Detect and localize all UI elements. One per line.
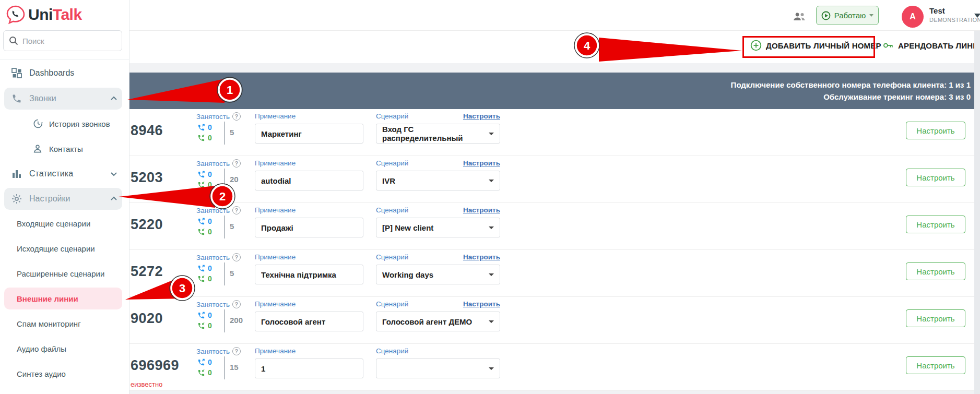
add-personal-number-button[interactable]: ДОБАВИТЬ ЛИЧНЫЙ НОМЕР [750, 40, 881, 51]
scenario-value: Голосовой агент ДЕМО [382, 317, 472, 326]
sidebar-item-label: Аудио файлы [17, 344, 66, 353]
sidebar-item-incoming-scenarios[interactable]: Входящие сценарии [4, 212, 122, 234]
phone-outgoing-icon [197, 171, 205, 178]
incoming-calls-stat: 0 [197, 228, 212, 236]
bar-chart-icon [11, 169, 22, 179]
sidebar-item-call-history[interactable]: История звонков [4, 113, 122, 135]
help-question-icon[interactable]: ? [232, 112, 241, 121]
configure-scenario-link[interactable]: Настроить [463, 206, 500, 214]
caret-down-icon [489, 273, 494, 276]
configure-line-button[interactable]: Настроить [906, 122, 965, 139]
avatar[interactable]: A [902, 6, 924, 28]
incoming-count: 0 [208, 321, 212, 330]
note-input[interactable] [255, 124, 363, 144]
outgoing-calls-stat: 0 [197, 264, 212, 272]
sidebar-item-spam-monitoring[interactable]: Спам мониторинг [4, 313, 122, 335]
configure-line-button[interactable]: Настроить [906, 309, 965, 327]
configure-line-button[interactable]: Настроить [906, 356, 965, 374]
rent-line-button[interactable]: АРЕНДОВАТЬ ЛИНИЮ [882, 40, 980, 51]
capacity-value: 200 [230, 316, 243, 325]
configure-scenario-link[interactable]: Настроить [463, 253, 500, 261]
configure-line-button[interactable]: Настроить [906, 169, 965, 186]
caret-down-icon [489, 226, 494, 229]
busy-block: Занятость? 0 0 5 [196, 112, 259, 154]
sidebar-item-contacts[interactable]: Контакты [4, 138, 122, 160]
sidebar-item-label: Исходящие сценарии [17, 244, 95, 253]
configure-line-button[interactable]: Настроить [906, 216, 965, 233]
busy-label-text: Занятость [196, 348, 230, 355]
note-input[interactable] [255, 265, 363, 284]
annotation-arrow-4 [599, 38, 742, 62]
sidebar-item-dashboards[interactable]: Dashboards [4, 62, 122, 84]
search-box[interactable] [3, 30, 122, 51]
sidebar-item-audio-synthesis[interactable]: Синтез аудио [4, 363, 122, 385]
scenario-dropdown[interactable]: [P] New client [376, 218, 500, 237]
note-column: Примечание [255, 206, 364, 237]
busy-label: Занятость? [196, 347, 259, 355]
configure-scenario-link[interactable]: Настроить [463, 112, 500, 120]
sidebar-item-settings[interactable]: Настройки [4, 188, 122, 210]
phone-outgoing-icon [197, 359, 205, 366]
table-row: 5220 Занятость? 0 0 5 Примечание Сценари… [129, 203, 974, 250]
busy-label-text: Занятость [196, 160, 230, 168]
phone-incoming-icon [197, 369, 205, 377]
scenario-dropdown[interactable] [376, 359, 500, 378]
configure-scenario-link[interactable]: Настроить [463, 300, 500, 308]
chevron-down-icon[interactable] [110, 170, 118, 178]
scenario-value: IVR [382, 176, 395, 185]
sidebar-item-label: Внешние линии [17, 294, 78, 303]
sidebar-item-outgoing-scenarios[interactable]: Исходящие сценарии [4, 237, 122, 259]
sidebar-item-audio-files[interactable]: Аудио файлы [4, 338, 122, 360]
note-column: Примечание [255, 300, 364, 331]
help-question-icon[interactable]: ? [232, 300, 241, 308]
capacity-value: 15 [230, 363, 239, 372]
busy-block: Занятость? 0 0 200 [196, 300, 259, 342]
status-button[interactable]: Работаю [816, 6, 879, 25]
note-input[interactable] [255, 359, 363, 378]
header-divider [129, 30, 980, 31]
divider [224, 169, 225, 192]
chevron-up-icon[interactable] [110, 94, 118, 103]
sidebar-item-advanced-scenarios[interactable]: Расширенные сценарии [4, 262, 122, 284]
help-question-icon[interactable]: ? [232, 159, 241, 168]
help-question-icon[interactable]: ? [232, 206, 241, 214]
user-menu-caret-icon[interactable] [974, 14, 980, 18]
sidebar-item-label: Статистика [29, 169, 73, 178]
configure-scenario-link[interactable]: Настроить [463, 159, 500, 167]
busy-block: Занятость? 0 0 5 [196, 253, 259, 295]
scenario-dropdown[interactable]: IVR [376, 171, 500, 190]
scrollbar[interactable] [974, 31, 980, 394]
sidebar-item-statistics[interactable]: Статистика [4, 163, 122, 185]
operators-people-icon[interactable] [793, 11, 806, 22]
note-input[interactable] [255, 171, 363, 190]
page-background-band [129, 63, 980, 73]
note-label: Примечание [255, 112, 364, 120]
note-input[interactable] [255, 312, 363, 331]
configure-line-button[interactable]: Настроить [906, 262, 965, 280]
scenario-dropdown[interactable]: Working days [376, 265, 500, 284]
note-input[interactable] [255, 218, 363, 237]
incoming-count: 0 [208, 368, 212, 377]
search-input[interactable] [22, 37, 106, 45]
sidebar-item-calls[interactable]: Звонки [4, 88, 122, 110]
outgoing-count: 0 [208, 217, 212, 225]
chevron-up-icon[interactable] [110, 195, 118, 203]
outgoing-count: 0 [208, 311, 212, 319]
scenario-dropdown[interactable]: Вход ГС распределительный [376, 124, 500, 144]
caret-down-icon [489, 320, 494, 323]
help-question-icon[interactable]: ? [232, 347, 241, 355]
phone-number: 5220 [131, 217, 163, 233]
sidebar-item-label: Настройки [29, 194, 70, 204]
outgoing-count: 0 [208, 123, 212, 132]
outgoing-calls-stat: 0 [197, 217, 212, 225]
sidebar-item-label: Входящие сценарии [17, 219, 90, 228]
phone-outgoing-icon [197, 265, 205, 272]
scenario-dropdown[interactable]: Голосовой агент ДЕМО [376, 312, 500, 331]
help-question-icon[interactable]: ? [232, 253, 241, 261]
phone-outgoing-icon [197, 218, 205, 225]
incoming-count: 0 [208, 274, 212, 283]
table-row: 5272 Занятость? 0 0 5 Примечание Сценари… [129, 250, 974, 297]
search-icon [9, 36, 18, 45]
caret-down-icon [489, 133, 494, 135]
sidebar-item-external-lines[interactable]: Внешние линии [4, 288, 122, 309]
